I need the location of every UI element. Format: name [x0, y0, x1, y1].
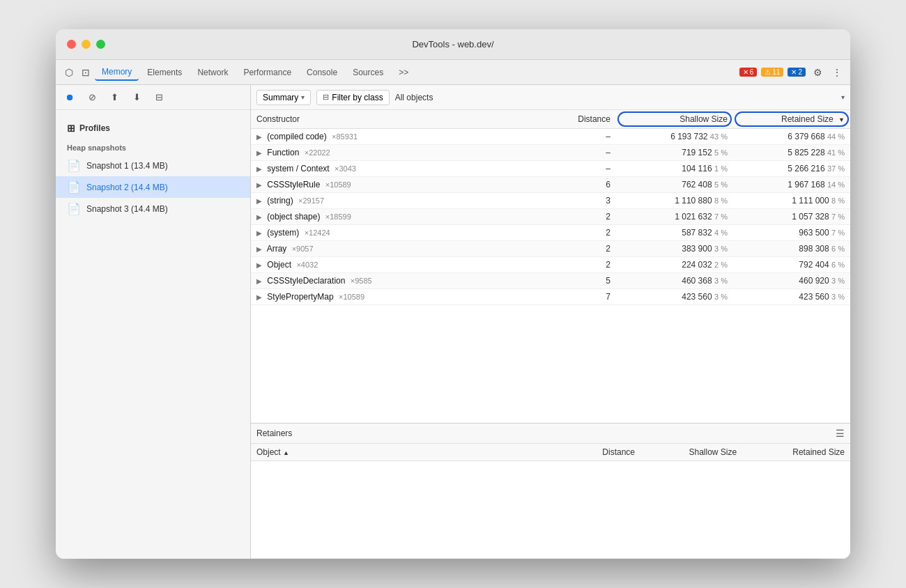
tab-console[interactable]: Console [300, 65, 344, 80]
info-badge[interactable]: ✕ 2 [788, 68, 806, 77]
table-row[interactable]: ▶ (compiled code) ×85931 – 6 193 732 43 … [251, 129, 850, 145]
sort-asc-icon: ▲ [283, 449, 289, 456]
stop-icon[interactable]: ⊘ [84, 89, 100, 106]
tab-right-icons: ✕ 6 ⚠ 11 ✕ 2 ⚙ ⋮ [739, 65, 845, 80]
summary-label: Summary [263, 93, 298, 102]
tab-elements[interactable]: Elements [140, 65, 189, 80]
tab-more[interactable]: >> [392, 65, 415, 80]
constructor-name: system / Context [267, 164, 329, 173]
download-icon[interactable]: ⬇ [128, 89, 145, 106]
cursor-icon[interactable]: ⬡ [61, 65, 77, 80]
retainers-table-header: Object ▲ Distance Shallow Size Retained … [251, 444, 850, 461]
window-title: DevTools - web.dev/ [412, 39, 493, 49]
col-header-ret-retained[interactable]: Retained Size [742, 444, 850, 461]
table-row[interactable]: ▶ CSSStyleRule ×10589 6 762 408 5 % 1 96… [251, 177, 850, 193]
error-count: 6 [750, 68, 754, 76]
col-header-retained-size[interactable]: Retained Size ▼ [733, 110, 850, 129]
constructor-count: ×9585 [351, 277, 372, 285]
col-header-constructor[interactable]: Constructor [251, 110, 561, 129]
cell-retained: 1 057 328 7 % [733, 209, 850, 225]
filter-label: Filter by class [332, 93, 383, 102]
profiles-heading[interactable]: ⊞ Profiles [56, 118, 250, 138]
cell-constructor: ▶ Object ×4032 [251, 257, 561, 273]
sidebar-item-snapshot-1[interactable]: 📄 Snapshot 1 (13.4 MB) [56, 155, 250, 176]
table-row[interactable]: ▶ system / Context ×3043 – 104 116 1 % 5… [251, 161, 850, 177]
cell-constructor: ▶ (system) ×12424 [251, 225, 561, 241]
dropdown-arrow-icon: ▾ [301, 93, 305, 101]
table-row[interactable]: ▶ StylePropertyMap ×10589 7 423 560 3 % … [251, 289, 850, 305]
device-icon[interactable]: ⊡ [78, 65, 93, 80]
constructor-count: ×12424 [305, 229, 330, 237]
cell-constructor: ▶ Array ×9057 [251, 241, 561, 257]
col-header-ret-shallow[interactable]: Shallow Size [640, 444, 742, 461]
record-icon[interactable]: ⏺ [61, 89, 78, 106]
sidebar-item-snapshot-2[interactable]: 📄 Snapshot 2 (14.4 MB) [56, 176, 250, 198]
cell-shallow: 383 900 3 % [616, 241, 733, 257]
tab-memory[interactable]: Memory [95, 64, 139, 81]
table-row[interactable]: ▶ Function ×22022 – 719 152 5 % 5 825 22… [251, 145, 850, 161]
cell-distance: 2 [561, 225, 616, 241]
expand-icon[interactable]: ▶ [256, 133, 265, 141]
tab-network[interactable]: Network [190, 65, 235, 80]
summary-dropdown[interactable]: Summary ▾ [256, 90, 311, 105]
window-controls [67, 40, 105, 49]
expand-icon[interactable]: ▶ [256, 149, 265, 157]
cell-shallow: 6 193 732 43 % [616, 129, 733, 145]
constructor-count: ×29157 [298, 196, 324, 205]
constructor-name: StylePropertyMap [267, 292, 333, 302]
snapshot-file-icon-3: 📄 [67, 202, 81, 215]
col-header-shallow-size[interactable]: Shallow Size [616, 110, 733, 129]
expand-icon[interactable]: ▶ [256, 229, 265, 237]
cell-distance: – [561, 161, 616, 177]
expand-icon[interactable]: ▶ [256, 165, 265, 173]
content-toolbar-arrow-icon[interactable]: ▾ [841, 93, 845, 101]
titlebar: DevTools - web.dev/ [56, 29, 850, 60]
maximize-button[interactable] [96, 40, 105, 49]
snapshot-file-icon-active: 📄 [67, 180, 81, 194]
col-header-distance[interactable]: Distance [561, 110, 616, 129]
table-row[interactable]: ▶ Array ×9057 2 383 900 3 % 898 308 6 % [251, 241, 850, 257]
expand-icon[interactable]: ▶ [256, 277, 265, 285]
constructor-name: (object shape) [267, 212, 320, 222]
tab-performance[interactable]: Performance [236, 65, 298, 80]
cell-retained: 963 500 7 % [733, 225, 850, 241]
cell-distance: – [561, 145, 616, 161]
cell-shallow: 1 021 632 7 % [616, 209, 733, 225]
error-badge[interactable]: ✕ 6 [739, 68, 758, 77]
table-row[interactable]: ▶ Object ×4032 2 224 032 2 % 792 404 6 % [251, 257, 850, 273]
error-icon: ✕ [743, 68, 748, 76]
cell-shallow: 460 368 3 % [616, 273, 733, 289]
table-row[interactable]: ▶ (system) ×12424 2 587 832 4 % 963 500 … [251, 225, 850, 241]
tab-sources[interactable]: Sources [346, 65, 390, 80]
expand-icon[interactable]: ▶ [256, 181, 265, 189]
upload-icon[interactable]: ⬆ [106, 89, 123, 106]
table-row[interactable]: ▶ (object shape) ×18599 2 1 021 632 7 % … [251, 209, 850, 225]
settings-icon[interactable]: ⚙ [810, 65, 825, 80]
expand-icon[interactable]: ▶ [256, 197, 265, 205]
retainers-title: Retainers [256, 428, 292, 438]
cell-constructor: ▶ (compiled code) ×85931 [251, 129, 561, 145]
filter-button[interactable]: ⊟ Filter by class [316, 90, 389, 105]
warning-count: 11 [772, 68, 780, 76]
table-row[interactable]: ▶ CSSStyleDeclaration ×9585 5 460 368 3 … [251, 273, 850, 289]
close-button[interactable] [67, 40, 76, 49]
sidebar-item-snapshot-3[interactable]: 📄 Snapshot 3 (14.4 MB) [56, 198, 250, 219]
expand-icon[interactable]: ▶ [256, 293, 265, 301]
col-header-ret-distance[interactable]: Distance [581, 444, 640, 461]
clean-icon[interactable]: ⊟ [151, 89, 167, 106]
cell-distance: 6 [561, 177, 616, 193]
heap-table[interactable]: Constructor Distance Shallow Size Retain… [251, 110, 850, 423]
expand-icon[interactable]: ▶ [256, 245, 265, 253]
expand-icon[interactable]: ▶ [256, 213, 265, 221]
more-icon[interactable]: ⋮ [829, 65, 845, 80]
expand-icon[interactable]: ▶ [256, 261, 265, 269]
warning-badge[interactable]: ⚠ 11 [761, 68, 783, 77]
table-row[interactable]: ▶ (string) ×29157 3 1 110 880 8 % 1 111 … [251, 193, 850, 209]
col-header-object[interactable]: Object ▲ [251, 444, 581, 461]
minimize-button[interactable] [82, 40, 91, 49]
retainers-menu-icon[interactable]: ☰ [836, 428, 845, 439]
retainers-body [251, 461, 850, 559]
constructor-name: (compiled code) [267, 132, 326, 141]
info-icon: ✕ [791, 68, 797, 76]
cell-distance: 7 [561, 289, 616, 305]
